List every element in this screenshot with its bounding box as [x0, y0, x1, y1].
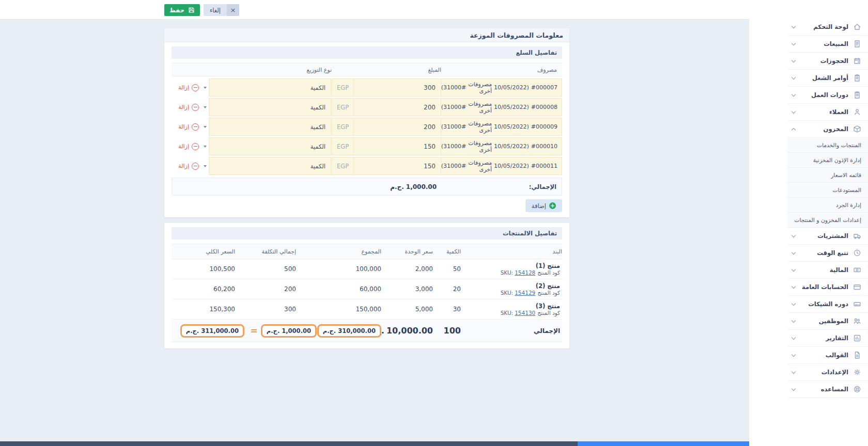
amount-input[interactable]: EGP300 — [332, 78, 441, 97]
product-row-2: منتج (3)كود المنتجSKU:154130305,000150,0… — [172, 299, 562, 320]
sidebar-subitem-2[interactable]: قائمه الاسعار — [787, 168, 868, 183]
product-total-price: 150,300 — [172, 306, 244, 313]
sidebar-item-6[interactable]: المخزون — [787, 121, 868, 138]
column-total-price: السعر الكلي — [172, 248, 244, 255]
chevron-down-icon — [792, 318, 796, 323]
sidebar-item-2[interactable]: الحجوزات — [787, 53, 868, 70]
amount-input[interactable]: EGP150 — [332, 157, 441, 175]
sidebar-subitem-4[interactable]: إدارة الجرد — [787, 198, 868, 213]
minus-circle-icon — [192, 143, 199, 150]
distribution-type-select[interactable]: الكمية — [201, 98, 331, 116]
expense-select[interactable]: (31000#مصروفات أخرى10/05/2022)#000008 — [441, 98, 562, 116]
sidebar-menu: لوحة التحكمالمبيعاتالحجوزاتأوامر الشغلدو… — [787, 19, 868, 398]
expense-select[interactable]: (31000#مصروفات أخرى10/05/2022)#000010 — [441, 137, 562, 155]
sidebar-item-3[interactable]: أوامر الشغل — [787, 70, 868, 87]
product-qty: 50 — [437, 265, 485, 273]
horizontal-scrollbar[interactable] — [0, 441, 749, 446]
plus-circle-icon: + — [549, 202, 556, 209]
expense-row-3: (31000#مصروفات أخرى10/05/2022)#000010EGP… — [172, 137, 562, 155]
sidebar-item-1[interactable]: المبيعات — [787, 36, 868, 53]
sidebar-item-10[interactable]: الحسابات العامة — [787, 279, 868, 296]
column-expense: مصروف — [441, 67, 562, 73]
floppy-disk-icon — [188, 7, 195, 13]
sidebar-item-label: المبيعات — [824, 40, 848, 47]
expense-row-1: (31000#مصروفات أخرى10/05/2022)#000008EGP… — [172, 98, 562, 116]
sidebar-item-7[interactable]: المشتريات — [787, 228, 868, 245]
sidebar-item-label: الحجوزات — [820, 57, 848, 65]
expenses-total-value: ج.م. 1,000.00 — [331, 183, 441, 190]
cheque-icon — [853, 300, 861, 308]
products-total-row: الإجمالي 100 ج.م.10,000.00 ج.م.310,000.0… — [172, 320, 562, 342]
sidebar-item-14[interactable]: القوالب — [787, 347, 868, 364]
remove-button[interactable]: إزالة — [172, 157, 201, 175]
currency-code: EGP — [332, 79, 354, 96]
remove-button[interactable]: إزالة — [172, 98, 201, 116]
sidebar-subitem-3[interactable]: المستودعات — [787, 183, 868, 198]
annotation-box-total-price: ج.م.311,000.00 — [180, 324, 244, 338]
sidebar-subitem-0[interactable]: المنتجات والخدمات — [787, 138, 868, 153]
remove-button[interactable]: إزالة — [172, 118, 201, 136]
sidebar-item-15[interactable]: الإعدادات — [787, 364, 868, 381]
products-total-qty: 100 — [437, 326, 485, 336]
sidebar-item-11[interactable]: دوره الشيكات — [787, 296, 868, 313]
chevron-down-icon — [201, 157, 209, 175]
amount-input[interactable]: EGP200 — [332, 98, 441, 116]
column-subtotal: المجموع — [317, 248, 385, 255]
product-subtotal: 60,000 — [317, 285, 385, 293]
chevron-down-icon — [792, 92, 796, 97]
distribution-type-select[interactable]: الكمية — [201, 157, 331, 175]
distribution-type-select[interactable]: الكمية — [201, 137, 331, 155]
invoice-icon — [853, 40, 861, 48]
sidebar-subitem-5[interactable]: إعدادات المخزون و المنتجات — [787, 213, 868, 228]
expense-select[interactable]: (31000#مصروفات أخرى10/05/2022)#000011 — [441, 157, 562, 175]
add-expense-button[interactable]: + إضافة — [525, 199, 562, 212]
chevron-down-icon — [792, 58, 796, 62]
horizontal-scrollbar-thumb[interactable] — [578, 441, 749, 446]
sidebar-item-label: تتبع الوقت — [817, 249, 848, 257]
expense-select[interactable]: (31000#مصروفات أخرى10/05/2022)#000009 — [441, 118, 562, 136]
product-subtotal: 100,000 — [317, 265, 385, 273]
distribution-type-select[interactable]: الكمية — [201, 118, 331, 136]
sku-link[interactable]: 154128 — [515, 269, 535, 276]
sidebar-item-13[interactable]: التقارير — [787, 330, 868, 347]
chevron-down-icon — [201, 137, 209, 155]
sidebar-item-9[interactable]: المالية — [787, 262, 868, 279]
chevron-down-icon — [792, 75, 796, 79]
sidebar-item-5[interactable]: العملاء — [787, 104, 868, 121]
amount-input[interactable]: EGP150 — [332, 137, 441, 155]
box-icon — [853, 125, 861, 133]
sidebar-item-12[interactable]: الموظفين — [787, 313, 868, 330]
remove-button[interactable]: إزالة — [172, 137, 201, 155]
sku-prefix: كود المنتج — [537, 269, 560, 276]
minus-circle-icon — [192, 104, 199, 111]
expense-row-0: (31000#مصروفات أخرى10/05/2022)#000007EGP… — [172, 78, 562, 97]
remove-button[interactable]: إزالة — [172, 78, 201, 97]
sidebar-item-8[interactable]: تتبع الوقت — [787, 245, 868, 262]
sidebar-item-16[interactable]: المساعده — [787, 381, 868, 398]
products-total-cost: ج.م.1,000.00 = — [244, 324, 317, 338]
chevron-up-icon — [792, 128, 796, 132]
sidebar-item-0[interactable]: لوحة التحكم — [787, 19, 868, 36]
sidebar-subitem-1[interactable]: إدارة الإذون المخزنية — [787, 153, 868, 168]
sidebar-item-4[interactable]: دورات العمل — [787, 87, 868, 104]
product-name: منتج (2) — [485, 282, 560, 290]
products-table: البند الكمية سعر الوحدة المجموع إجمالي ا… — [172, 244, 562, 342]
column-total-cost: إجمالي التكلفة — [244, 248, 317, 255]
product-total-price: 100,500 — [172, 265, 244, 273]
annotation-box-cost: ج.م.1,000.00 — [261, 324, 317, 338]
sku-link[interactable]: 154129 — [515, 290, 535, 296]
home-icon — [853, 23, 861, 31]
expense-select[interactable]: (31000#مصروفات أخرى10/05/2022)#000007 — [441, 78, 562, 97]
clipboard-icon — [853, 74, 861, 82]
amount-input[interactable]: EGP200 — [332, 118, 441, 136]
chevron-down-icon — [792, 24, 796, 28]
expenses-panel-body: تفاصيل السلع مصروف المبلغ نوع التوزيع (3… — [164, 42, 569, 217]
distribution-type-select[interactable]: الكمية — [201, 78, 331, 97]
sku-link[interactable]: 154130 — [515, 310, 535, 316]
product-row-1: منتج (2)كود المنتجSKU:154129203,00060,00… — [172, 279, 562, 299]
sidebar-item-label: الإعدادات — [822, 369, 848, 376]
cancel-button[interactable]: إلغاء × — [204, 4, 239, 16]
save-button[interactable]: حفظ — [164, 4, 200, 16]
chevron-down-icon — [201, 78, 209, 97]
chevron-down-icon — [792, 267, 796, 272]
